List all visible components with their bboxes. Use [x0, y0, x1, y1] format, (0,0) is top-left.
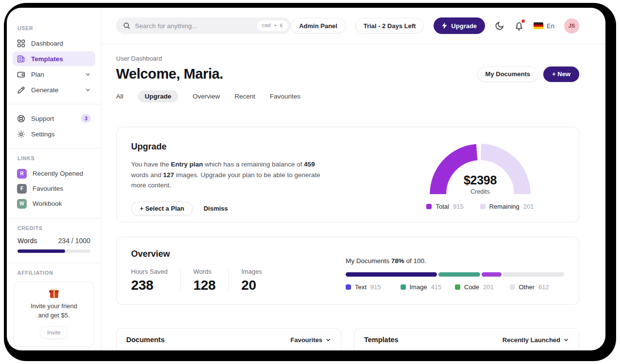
- lifebuoy-icon: [17, 115, 25, 123]
- legend-swatch: [426, 204, 432, 209]
- sidebar-item-generate[interactable]: Generate: [13, 83, 95, 97]
- templates-document-icon: [17, 55, 25, 63]
- sidebar-item-templates[interactable]: Templates: [13, 51, 95, 66]
- link-initial-badge: W: [17, 199, 27, 209]
- breadcrumb: User Dashboard: [116, 55, 579, 62]
- tab-favourites[interactable]: Favourites: [270, 90, 301, 102]
- chevron-down-icon: [85, 87, 91, 93]
- lightning-bolt-icon: [442, 22, 447, 29]
- sidebar-link-workbook[interactable]: W Workbook: [13, 196, 95, 211]
- words-progress-fill: [17, 249, 65, 253]
- credits-words-label: Words: [17, 237, 37, 245]
- admin-panel-button[interactable]: Admin Panel: [291, 18, 346, 33]
- gift-icon: [49, 289, 59, 298]
- legend-swatch: [401, 284, 406, 290]
- german-flag-icon: [534, 22, 543, 29]
- sidebar-link-label: Workbook: [33, 200, 62, 207]
- trial-days-left-button[interactable]: Trial - 2 Days Left: [355, 18, 424, 33]
- my-documents-button[interactable]: My Documents: [477, 66, 538, 82]
- search-bar[interactable]: cmd + E: [116, 17, 291, 34]
- link-initial-badge: F: [17, 184, 27, 194]
- documents-card-title: Documents: [126, 336, 165, 344]
- sidebar-divider: [7, 148, 101, 149]
- words-progress-bar: [17, 249, 90, 253]
- sidebar: USER Dashboard Templates: [7, 8, 101, 350]
- sidebar-link-label: Recently Opened: [33, 170, 83, 177]
- documents-usage-stacked-bar: [346, 272, 564, 277]
- templates-filter-dropdown[interactable]: Recently Launched: [503, 336, 569, 344]
- usage-segment-text: [346, 272, 437, 277]
- usage-segment-code: [482, 272, 502, 277]
- dark-mode-moon-icon[interactable]: [495, 21, 504, 31]
- legend-swatch: [480, 204, 486, 209]
- upgrade-card: Upgrade You have the Entry plan which ha…: [116, 127, 579, 222]
- tab-all[interactable]: All: [116, 90, 123, 102]
- affiliation-card: Invite your friend and get $5. Invite: [14, 281, 94, 347]
- sidebar-item-dashboard[interactable]: Dashboard: [13, 36, 95, 50]
- sidebar-divider: [7, 218, 101, 218]
- credits-caption: Credits: [427, 188, 533, 195]
- sidebar-link-favourites[interactable]: F Favourites: [13, 181, 95, 196]
- legend-swatch: [455, 284, 460, 290]
- gauge-legend: Total 915 Remaining 201: [426, 203, 534, 210]
- sidebar-link-recently-opened[interactable]: R Recently Opened: [13, 166, 95, 181]
- sidebar-section-credits: CREDITS: [17, 225, 95, 231]
- language-selector[interactable]: En: [534, 22, 554, 30]
- search-icon: [123, 22, 131, 30]
- pencil-icon: [17, 86, 25, 94]
- dismiss-button[interactable]: Dismiss: [203, 205, 228, 212]
- overview-stats: Hours Saved 238 Words 128 Images 20: [131, 268, 346, 293]
- sidebar-item-support[interactable]: Support 3: [13, 111, 95, 126]
- gear-icon: [17, 130, 25, 138]
- legend-item-remaining: Remaining 201: [480, 203, 534, 210]
- search-shortcut-badge: cmd + E: [257, 20, 288, 31]
- tab-recent[interactable]: Recent: [235, 90, 255, 102]
- search-input[interactable]: [135, 22, 257, 30]
- sidebar-item-label: Settings: [31, 131, 55, 138]
- chevron-down-icon: [563, 337, 569, 343]
- sidebar-item-label: Dashboard: [31, 40, 63, 47]
- invite-button[interactable]: Invite: [40, 326, 68, 339]
- tab-bar: All Upgrade Overview Recent Favourites: [116, 90, 579, 102]
- affiliation-text-line2: and get $5.: [19, 311, 89, 320]
- user-avatar[interactable]: JS: [564, 18, 579, 33]
- sidebar-item-label: Templates: [31, 55, 63, 63]
- sidebar-item-plan[interactable]: Plan: [13, 67, 95, 82]
- sidebar-divider: [7, 104, 101, 104]
- notification-dot: [521, 19, 525, 23]
- sidebar-link-label: Favourites: [33, 185, 63, 192]
- chevron-down-icon: [325, 337, 331, 343]
- new-button[interactable]: + New: [543, 66, 579, 82]
- select-plan-button[interactable]: + Select a Plan: [131, 201, 193, 215]
- topbar: cmd + E Admin Panel Trial - 2 Days Left …: [101, 8, 605, 44]
- page-title: Welcome, Maria.: [116, 66, 223, 82]
- legend-item-other: Other 612: [510, 283, 565, 291]
- sidebar-item-label: Support: [31, 115, 54, 122]
- sidebar-item-label: Plan: [31, 71, 44, 78]
- credits-gauge-chart: $2398 Credits: [427, 142, 533, 195]
- documents-card: Documents Favourites Untitled Document i…: [116, 328, 341, 350]
- legend-item-image: Image 415: [401, 283, 455, 291]
- notifications-bell-icon[interactable]: [514, 21, 524, 31]
- usage-legend: Text 915 Image 415 Code 201: [346, 283, 564, 291]
- language-label: En: [547, 22, 554, 30]
- main-content: User Dashboard Welcome, Maria. My Docume…: [101, 44, 605, 350]
- templates-card: Templates Recently Launched Blog Post Ti…: [354, 328, 579, 350]
- tab-upgrade[interactable]: Upgrade: [138, 90, 178, 102]
- tab-overview[interactable]: Overview: [193, 90, 220, 102]
- upgrade-button[interactable]: Upgrade: [434, 17, 485, 34]
- documents-filter-dropdown[interactable]: Favourites: [290, 336, 331, 344]
- usage-segment-other: [503, 272, 564, 277]
- stat-words: Words 128: [193, 268, 228, 293]
- wallet-icon: [17, 70, 25, 79]
- documents-usage-label: My Documents 78% of 100.: [346, 257, 564, 265]
- legend-item-code: Code 201: [455, 283, 510, 291]
- sidebar-divider: [7, 263, 101, 263]
- sidebar-section-user: USER: [17, 25, 95, 31]
- credits-words-value: 234 / 1000: [58, 237, 90, 245]
- stat-hours-saved: Hours Saved 238: [131, 268, 180, 293]
- sidebar-item-settings[interactable]: Settings: [13, 127, 95, 141]
- usage-segment-image: [438, 272, 480, 277]
- chevron-down-icon: [85, 71, 91, 77]
- templates-card-title: Templates: [364, 336, 399, 344]
